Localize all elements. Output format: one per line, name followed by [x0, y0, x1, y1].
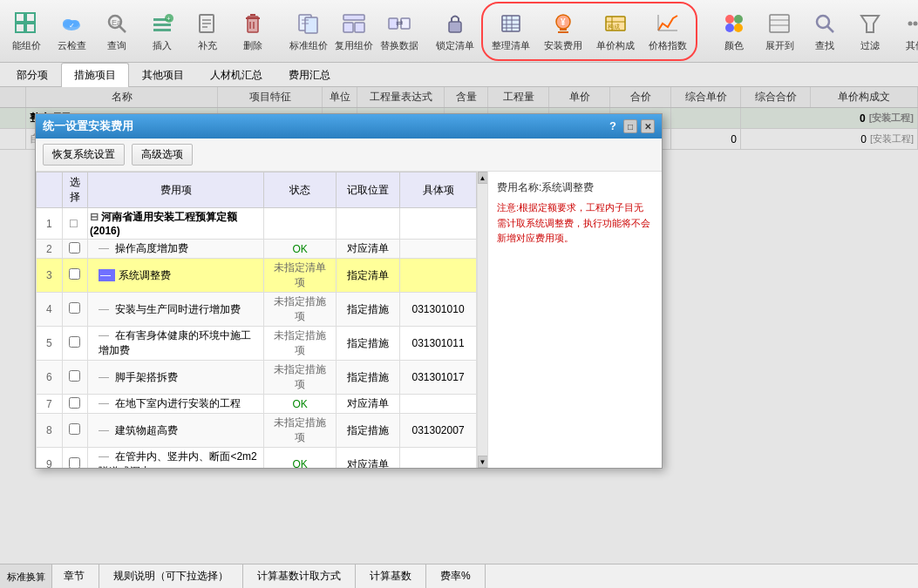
row-name: — 在有害身体健康的环境中施工增加费: [88, 327, 264, 361]
row-checkbox[interactable]: [69, 397, 80, 409]
table-row[interactable]: 1☐⊟ 河南省通用安装工程预算定额(2016): [37, 208, 477, 240]
toolbar-composite[interactable]: 复用组价: [335, 5, 373, 57]
scroll-track[interactable]: [478, 184, 488, 456]
main-toolbar: 能组价 ✓ 云检查 Ea 查询: [0, 0, 918, 63]
row-checkbox[interactable]: [69, 423, 80, 435]
svg-rect-12: [153, 24, 171, 26]
row-status: 未指定清单项: [264, 259, 337, 293]
modal-titlebar: 统一设置安装费用 ? □ ✕: [36, 114, 662, 139]
toolbar-color[interactable]: 颜色: [715, 5, 753, 57]
install-fee-modal: 统一设置安装费用 ? □ ✕ 恢复系统设置 高级选项 选择: [35, 113, 663, 469]
row-detail: [400, 448, 477, 469]
fee-table-header: 选择 费用项 状态 记取位置 具体项: [37, 172, 477, 208]
minimize-button[interactable]: □: [623, 119, 637, 133]
svg-rect-1: [26, 13, 35, 22]
row-checkbox-cell: [62, 414, 88, 448]
scroll-up[interactable]: ▲: [478, 172, 488, 184]
vertical-scrollbar[interactable]: ▲ ▼: [477, 172, 487, 468]
toolbar-filter[interactable]: 过滤: [851, 5, 889, 57]
row-record: 指定措施: [336, 293, 399, 327]
svg-rect-35: [449, 22, 461, 32]
row-detail: 031302007: [400, 414, 477, 448]
main-content: 名称 项目特征 单位 工程量表达式 含量 工程量 单价 合价 综合单价 综合合价…: [0, 87, 918, 564]
row-status: 未指定措施项: [264, 327, 337, 361]
row-record: 指定清单: [336, 259, 399, 293]
row-checkbox[interactable]: [69, 370, 80, 382]
row-name: — 在管井内、竖井内、断面<2m2隧道或洞内…: [88, 448, 264, 469]
row-checkbox-cell: [62, 361, 88, 395]
table-row[interactable]: 5— 在有害身体健康的环境中施工增加费未指定措施项指定措施031301011: [37, 327, 477, 361]
row-record: [336, 208, 399, 240]
toolbar-group[interactable]: 能组价: [7, 5, 45, 57]
row-checkbox[interactable]: [69, 242, 80, 253]
modal-info-panel: 费用名称:系统调整费 注意:根据定额要求，工程内子目无需计取系统调整费，执行功能…: [487, 172, 662, 468]
toolbar-query[interactable]: Ea 查询: [98, 5, 136, 57]
table-row[interactable]: 4— 安装与生产同时进行增加费未指定措施项指定措施031301010: [37, 293, 477, 327]
table-row[interactable]: 2— 操作高度增加费OK对应清单: [37, 240, 477, 259]
insert-icon: +: [148, 10, 176, 37]
th-check: 选择: [62, 172, 88, 208]
toolbar-group-label: 能组价: [12, 39, 41, 52]
modal-table-area[interactable]: 选择 费用项 状态 记取位置 具体项 1☐⊟ 河南省通用安装工程预算定额(201…: [36, 172, 477, 468]
toolbar-standard-group[interactable]: 标准组价: [289, 5, 328, 57]
row-checkbox[interactable]: [69, 302, 80, 314]
toolbar-find[interactable]: 查找: [806, 5, 844, 57]
toolbar-delete-label: 删除: [243, 39, 262, 52]
row-record: 指定措施: [336, 327, 399, 361]
toolbar-cloud[interactable]: ✓ 云检查: [52, 5, 91, 57]
row-status: OK: [264, 448, 337, 469]
toolbar-price-index-label: 价格指数: [649, 39, 687, 52]
table-row[interactable]: 3— 系统调整费未指定清单项指定清单: [37, 259, 477, 293]
row-name: — 安装与生产同时进行增加费: [88, 293, 264, 327]
table-row[interactable]: 8— 建筑物超高费未指定措施项指定措施031302007: [37, 414, 477, 448]
table-row[interactable]: 9— 在管井内、竖井内、断面<2m2隧道或洞内…OK对应清单: [37, 448, 477, 469]
row-name: — 建筑物超高费: [88, 414, 264, 448]
toolbar-standard-label: 标准组价: [289, 39, 328, 52]
row-status: [264, 208, 337, 240]
row-detail: 031301017: [400, 361, 477, 395]
toolbar-unit-price[interactable]: 构成 单价构成: [591, 5, 640, 57]
toolbar-lock[interactable]: 锁定清单: [436, 5, 474, 57]
row-checkbox[interactable]: [69, 336, 80, 348]
tab-measures[interactable]: 措施项目: [61, 63, 129, 87]
tab-labor-machine[interactable]: 人材机汇总: [197, 63, 275, 87]
row-checkbox-cell: [62, 259, 88, 293]
toolbar-other[interactable]: 其他: [896, 5, 918, 57]
toolbar-replace[interactable]: ⇄ 替换数据: [380, 5, 418, 57]
toolbar-insert[interactable]: + 插入: [143, 5, 181, 57]
close-button[interactable]: ✕: [641, 119, 655, 133]
svg-text:¥: ¥: [561, 17, 566, 27]
toolbar-query-label: 查询: [107, 39, 126, 52]
svg-rect-31: [355, 23, 364, 32]
row-detail: 031301010: [400, 293, 477, 327]
table-row[interactable]: 6— 脚手架搭拆费未指定措施项指定措施031301017: [37, 361, 477, 395]
toolbar-organize-label: 整理清单: [492, 39, 530, 52]
toolbar-supplement[interactable]: 补充: [188, 5, 227, 57]
toolbar-expand-label: 展开到: [765, 39, 794, 52]
svg-point-54: [725, 24, 734, 32]
toolbar-price-index[interactable]: 价格指数: [643, 5, 692, 57]
other-icon: [901, 10, 918, 37]
toolbar-expand[interactable]: 展开到: [760, 5, 799, 57]
row-checkbox[interactable]: [69, 268, 80, 280]
svg-point-63: [914, 22, 918, 26]
help-button[interactable]: ?: [606, 119, 620, 133]
query-icon: Ea: [103, 10, 131, 37]
row-checkbox[interactable]: [69, 457, 80, 468]
replace-icon: ⇄: [385, 10, 413, 37]
advanced-options-button[interactable]: 高级选项: [132, 144, 193, 166]
toolbar-organize[interactable]: 整理清单: [486, 5, 535, 57]
modal-title: 统一设置安装费用: [43, 118, 133, 134]
svg-point-53: [734, 15, 743, 24]
restore-settings-button[interactable]: 恢复系统设置: [43, 144, 125, 166]
table-row[interactable]: 7— 在地下室内进行安装的工程OK对应清单: [37, 395, 477, 414]
tab-partial[interactable]: 部分项: [3, 63, 61, 87]
scroll-down[interactable]: ▼: [478, 456, 488, 468]
toolbar-install-fee[interactable]: ¥ 安装费用: [539, 5, 588, 57]
main-tabs: 部分项 措施项目 其他项目 人材机汇总 费用汇总: [0, 63, 918, 87]
standard-group-icon: [295, 10, 323, 37]
row-status: OK: [264, 240, 337, 259]
toolbar-delete[interactable]: 删除: [234, 5, 272, 57]
tab-other-items[interactable]: 其他项目: [129, 63, 197, 87]
tab-fee-summary[interactable]: 费用汇总: [275, 63, 343, 87]
